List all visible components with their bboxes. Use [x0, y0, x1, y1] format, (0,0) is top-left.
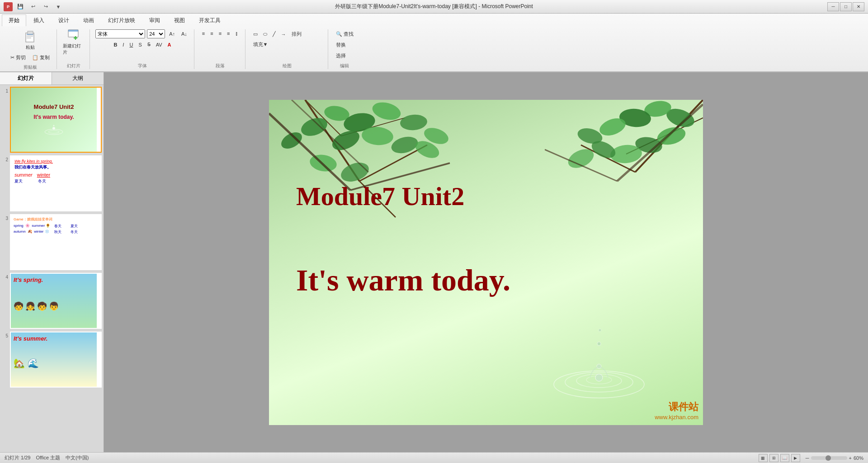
svg-point-26	[390, 134, 420, 155]
drawing-group: ▭ ⬭ ╱ → 排列 填充▼ 绘图	[246, 29, 328, 69]
bold-btn[interactable]: B	[111, 41, 119, 49]
redo-btn[interactable]: ↪	[41, 2, 51, 11]
svg-point-11	[52, 127, 55, 130]
watermark-top: 课件站	[655, 400, 698, 414]
zoom-in-btn[interactable]: +	[849, 455, 852, 461]
slide-number-4: 4	[2, 275, 8, 280]
slide-module-text: Module7 Unit2	[296, 181, 464, 211]
thumb3-game: Game：嫦娥姐姐变单词	[14, 217, 94, 222]
tab-home[interactable]: 开始	[2, 14, 26, 26]
slide-item-1[interactable]: 1 Module7 Unit2 It's warm today.	[2, 87, 102, 153]
find-btn[interactable]: 🔍 查找	[334, 29, 356, 39]
paste-icon	[23, 28, 38, 43]
justify-btn[interactable]: ≡	[225, 29, 232, 37]
maximize-btn[interactable]: □	[840, 2, 852, 11]
shape-line-btn[interactable]: ╱	[270, 29, 278, 39]
paste-btn[interactable]: 粘贴	[19, 28, 42, 51]
save-quick-btn[interactable]: 💾	[15, 2, 25, 11]
paragraph-group: ≡ ≡ ≡ ≡ ⫿ 段落	[195, 29, 245, 69]
thumb3-ch-autumn: 秋天 冬天	[54, 229, 94, 234]
fill-btn[interactable]: 填充▼	[251, 40, 270, 49]
slide-item-3[interactable]: 3 Game：嫦娥姐姐变单词 spring 🌸 summer 🌻	[2, 214, 102, 270]
svg-rect-2	[27, 34, 33, 35]
select-btn[interactable]: 选择	[334, 51, 356, 61]
title-left: P 💾 ↩ ↪ ▼	[4, 2, 63, 11]
reading-view-btn[interactable]: 📖	[780, 454, 789, 462]
charspacing-btn[interactable]: AV	[154, 41, 165, 49]
shape-oval-btn[interactable]: ⬭	[261, 29, 269, 39]
columns-btn[interactable]: ⫿	[233, 29, 241, 37]
font-grow-btn[interactable]: A↑	[167, 30, 177, 38]
align-right-btn[interactable]: ≡	[217, 29, 224, 37]
svg-point-55	[597, 342, 601, 346]
panel-tab-outline[interactable]: 大纲	[52, 72, 104, 84]
main-slide[interactable]: Module7 Unit2 It's warm today.	[269, 100, 703, 425]
zoom-slider[interactable]	[811, 456, 847, 460]
customize-btn[interactable]: ▼	[53, 2, 63, 11]
arrange-btn[interactable]: 排列	[289, 29, 304, 39]
font-shrink-btn[interactable]: A↓	[179, 30, 189, 38]
slide-thumb-3[interactable]: Game：嫦娥姐姐变单词 spring 🌸 summer 🌻 春天 夏天	[10, 214, 102, 270]
svg-rect-3	[27, 36, 33, 37]
thumb2-summer: summer	[14, 172, 33, 178]
new-slide-btn[interactable]: 新建幻灯片	[62, 29, 85, 53]
slide-thumb-2[interactable]: We fly kites in spring. 我们在春天放风筝。 summer…	[10, 155, 102, 211]
tab-review[interactable]: 审阅	[142, 14, 167, 26]
svg-point-9	[45, 129, 63, 135]
slide-thumb-5[interactable]: It's summer. 🏡 🌊	[10, 332, 102, 388]
copy-btn[interactable]: 📋 复制	[30, 53, 52, 62]
ribbon-tabs: 开始 插入 设计 动画 幻灯片放映 审阅 视图 开发工具	[0, 14, 868, 26]
title-bar: P 💾 ↩ ↪ ▼ 外研版三年级下册Module7-Unit2It's-warm…	[0, 0, 868, 14]
undo-btn[interactable]: ↩	[28, 2, 38, 11]
slide-thumb-4[interactable]: It's spring. 🧒 👧 🧒 👦	[10, 273, 102, 329]
slide-item-2[interactable]: 2 We fly kites in spring. 我们在春天放风筝。 summ…	[2, 155, 102, 211]
shadow-btn[interactable]: S	[136, 41, 144, 49]
tab-slideshow[interactable]: 幻灯片放映	[101, 14, 142, 26]
underline-btn[interactable]: U	[127, 41, 135, 49]
editing-group: 🔍 查找 替换 选择 编辑	[329, 29, 360, 69]
normal-view-btn[interactable]: ▦	[759, 454, 768, 462]
slide-number-3: 3	[2, 216, 8, 221]
fontcolor-btn[interactable]: A	[165, 41, 174, 49]
strikethrough-btn[interactable]: S̶	[145, 40, 153, 49]
slide-thumb-1[interactable]: Module7 Unit2 It's warm today.	[10, 87, 102, 153]
minimize-btn[interactable]: ─	[827, 2, 839, 11]
tab-design[interactable]: 设计	[52, 14, 76, 26]
slide-item-5[interactable]: 5 It's summer. 🏡 🌊	[2, 332, 102, 388]
slide-warm-text: It's warm today.	[296, 262, 510, 298]
svg-point-10	[48, 131, 59, 133]
replace-btn[interactable]: 替换	[334, 40, 356, 50]
zoom-thumb[interactable]	[826, 455, 831, 461]
tab-developer[interactable]: 开发工具	[192, 14, 227, 26]
tab-insert[interactable]: 插入	[27, 14, 51, 26]
leaves-top-right	[545, 100, 703, 208]
close-btn[interactable]: ✕	[853, 2, 864, 11]
slide-list: 1 Module7 Unit2 It's warm today.	[0, 85, 104, 452]
svg-point-22	[400, 113, 428, 131]
thumb1-sub: It's warm today.	[33, 114, 74, 120]
zoom-level: 60%	[854, 455, 863, 461]
italic-btn[interactable]: I	[120, 41, 126, 49]
align-left-btn[interactable]: ≡	[200, 29, 207, 37]
align-center-btn[interactable]: ≡	[208, 29, 215, 37]
shape-rect-btn[interactable]: ▭	[251, 29, 260, 39]
cut-btn[interactable]: ✂ 剪切	[8, 53, 28, 62]
zoom-out-btn[interactable]: ─	[806, 455, 809, 461]
sorter-view-btn[interactable]: ⊞	[769, 454, 778, 462]
new-slide-label: 新建幻灯片	[63, 43, 85, 56]
shape-arrow-btn[interactable]: →	[279, 29, 288, 39]
font-size-select[interactable]: 24	[147, 29, 165, 38]
slideshow-view-btn[interactable]: ▶	[791, 454, 800, 462]
thumb2-line2: 我们在春天放风筝。	[14, 164, 93, 170]
slide-area: Module7 Unit2 It's warm today.	[104, 72, 868, 452]
font-name-select[interactable]: 宋体	[95, 29, 145, 38]
tab-view[interactable]: 视图	[167, 14, 192, 26]
tab-animation[interactable]: 动画	[76, 14, 101, 26]
view-mode-buttons: ▦ ⊞ 📖 ▶	[759, 454, 800, 462]
status-bar: 幻灯片 1/29 Office 主题 中文(中国) ▦ ⊞ 📖 ▶ ─ + 60…	[0, 452, 868, 463]
water-ripple-svg	[549, 312, 649, 412]
window-title: 外研版三年级下册Module7-Unit2It's-warm-today [兼容…	[335, 3, 533, 10]
slide-item-4[interactable]: 4 It's spring. 🧒 👧 🧒 👦	[2, 273, 102, 329]
panel-tab-slides[interactable]: 幻灯片	[0, 72, 52, 84]
thumb2-line1: We fly kites in spring.	[14, 159, 93, 164]
